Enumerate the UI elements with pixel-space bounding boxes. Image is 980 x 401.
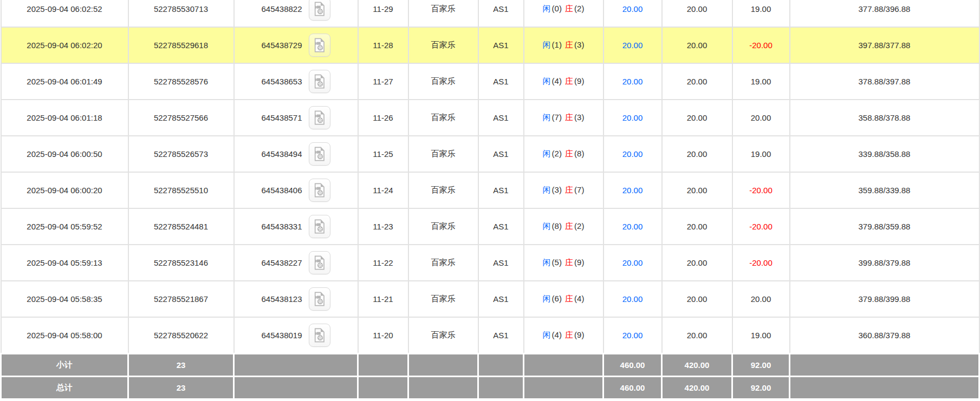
video-replay-button[interactable] — [309, 106, 330, 129]
bet-record-row[interactable]: 2025-09-04 06:02:52 522785530713 6454388… — [1, 0, 979, 27]
bet-time-cell: 2025-09-04 05:58:35 — [1, 281, 128, 317]
video-replay-button[interactable] — [309, 179, 330, 202]
bet-order-id-cell: 522785521867 — [128, 281, 234, 317]
bet-record-row[interactable]: 2025-09-04 05:58:00 522785520622 6454380… — [1, 317, 979, 353]
bet-amount-link[interactable]: 20.00 — [622, 294, 643, 304]
banker-result-points: (4) — [574, 294, 585, 303]
bet-record-row[interactable]: 2025-09-04 05:59:13 522785523146 6454382… — [1, 245, 979, 281]
game-result-cell: 闲(5) 庄(9) — [524, 245, 603, 281]
video-file-icon — [312, 74, 327, 89]
bet-time-cell: 2025-09-04 06:01:49 — [1, 63, 128, 100]
valid-amount-cell: 20.00 — [662, 136, 732, 172]
round-id-value: 645438822 — [261, 4, 302, 14]
game-type-cell: 百家乐 — [408, 317, 478, 353]
bet-record-row[interactable]: 2025-09-04 06:00:20 522785525510 6454384… — [1, 172, 979, 208]
bet-order-id-cell: 522785525510 — [128, 172, 234, 208]
player-result-points: (6) — [551, 294, 562, 303]
subtotal-label: 小计 — [1, 353, 128, 376]
subtotal-empty-cell — [524, 353, 603, 376]
valid-amount-cell: 20.00 — [662, 0, 732, 27]
round-number-cell: 11-25 — [358, 136, 408, 172]
player-result-points: (2) — [551, 149, 562, 158]
round-id-value: 645438406 — [261, 186, 302, 195]
video-replay-button[interactable] — [309, 0, 330, 21]
bet-amount-link[interactable]: 20.00 — [622, 113, 643, 122]
round-id-cell: 645438331 — [234, 208, 358, 245]
bet-record-row[interactable]: 2025-09-04 05:58:35 522785521867 6454381… — [1, 281, 979, 317]
game-result-cell: 闲(0) 庄(2) — [524, 0, 603, 27]
bet-order-id-cell: 522785520622 — [128, 317, 234, 353]
player-result-points: (0) — [551, 4, 562, 13]
win-loss-cell: 19.00 — [732, 63, 790, 100]
video-replay-button[interactable] — [309, 70, 330, 93]
round-number-cell: 11-23 — [358, 208, 408, 245]
banker-result-label: 庄 — [564, 149, 574, 158]
bet-amount-link[interactable]: 20.00 — [622, 41, 643, 50]
player-result-points: (3) — [551, 185, 562, 194]
player-result-points: (4) — [551, 330, 562, 339]
bet-order-id-cell: 522785526573 — [128, 136, 234, 172]
balance-cell: 379.88/359.88 — [790, 208, 979, 245]
total-valid-amount: 420.00 — [662, 376, 732, 399]
bet-amount-link[interactable]: 20.00 — [622, 149, 643, 159]
player-result-label: 闲 — [542, 149, 551, 158]
bet-amount-link[interactable]: 20.00 — [622, 258, 643, 267]
bet-record-row[interactable]: 2025-09-04 06:00:50 522785526573 6454384… — [1, 136, 979, 172]
table-name-cell: AS1 — [478, 63, 524, 100]
player-result-points: (7) — [551, 113, 562, 122]
game-type-cell: 百家乐 — [408, 27, 478, 63]
bet-time-cell: 2025-09-04 06:02:20 — [1, 27, 128, 63]
player-result-points: (1) — [551, 40, 562, 49]
video-file-icon — [312, 37, 327, 53]
bet-amount-cell: 20.00 — [603, 317, 662, 353]
player-result-label: 闲 — [542, 258, 551, 267]
bet-record-row[interactable]: 2025-09-04 06:02:20 522785529618 6454387… — [1, 27, 979, 63]
video-replay-button[interactable] — [309, 142, 330, 166]
banker-result-points: (8) — [574, 149, 585, 158]
banker-result-label: 庄 — [564, 221, 574, 231]
bet-record-row[interactable]: 2025-09-04 05:59:52 522785524481 6454383… — [1, 208, 979, 245]
bet-amount-link[interactable]: 20.00 — [622, 186, 643, 195]
round-number-cell: 11-28 — [358, 27, 408, 63]
bet-record-row[interactable]: 2025-09-04 06:01:18 522785527566 6454385… — [1, 100, 979, 136]
valid-amount-cell: 20.00 — [662, 281, 732, 317]
bet-amount-link[interactable]: 20.00 — [622, 331, 643, 340]
game-type-cell: 百家乐 — [408, 100, 478, 136]
bet-amount-cell: 20.00 — [603, 136, 662, 172]
round-id-value: 645438331 — [261, 222, 302, 231]
win-loss-cell: -20.00 — [732, 172, 790, 208]
round-id-cell: 645438822 — [234, 0, 358, 27]
bet-record-row[interactable]: 2025-09-04 06:01:49 522785528576 6454386… — [1, 63, 979, 100]
bet-order-id-cell: 522785528576 — [128, 63, 234, 100]
bet-amount-cell: 20.00 — [603, 0, 662, 27]
bet-amount-link[interactable]: 20.00 — [622, 222, 643, 231]
bet-amount-cell: 20.00 — [603, 208, 662, 245]
player-result-points: (5) — [551, 258, 562, 267]
bet-amount-cell: 20.00 — [603, 27, 662, 63]
banker-result-label: 庄 — [564, 4, 574, 13]
subtotal-win-loss: 92.00 — [732, 353, 790, 376]
video-replay-button[interactable] — [309, 215, 330, 238]
round-number-cell: 11-29 — [358, 0, 408, 27]
video-replay-button[interactable] — [309, 287, 330, 311]
banker-result-points: (9) — [574, 258, 585, 267]
bet-amount-link[interactable]: 20.00 — [622, 77, 643, 86]
banker-result-points: (9) — [574, 76, 585, 86]
bet-time-cell: 2025-09-04 05:58:00 — [1, 317, 128, 353]
video-replay-button[interactable] — [309, 324, 330, 347]
round-id-cell: 645438494 — [234, 136, 358, 172]
round-number-cell: 11-22 — [358, 245, 408, 281]
win-loss-cell: -20.00 — [732, 208, 790, 245]
bet-amount-link[interactable]: 20.00 — [622, 4, 643, 14]
video-replay-button[interactable] — [309, 251, 330, 274]
video-replay-button[interactable] — [309, 34, 330, 57]
banker-result-label: 庄 — [564, 40, 574, 49]
bet-amount-cell: 20.00 — [603, 281, 662, 317]
subtotal-row: 小计 23 460.00 420.00 92.00 — [1, 353, 979, 376]
round-number-cell: 11-26 — [358, 100, 408, 136]
round-id-value: 645438227 — [261, 258, 302, 267]
round-id-value: 645438571 — [261, 113, 302, 122]
round-id-value: 645438729 — [261, 41, 302, 50]
round-number-cell: 11-27 — [358, 63, 408, 100]
valid-amount-cell: 20.00 — [662, 208, 732, 245]
